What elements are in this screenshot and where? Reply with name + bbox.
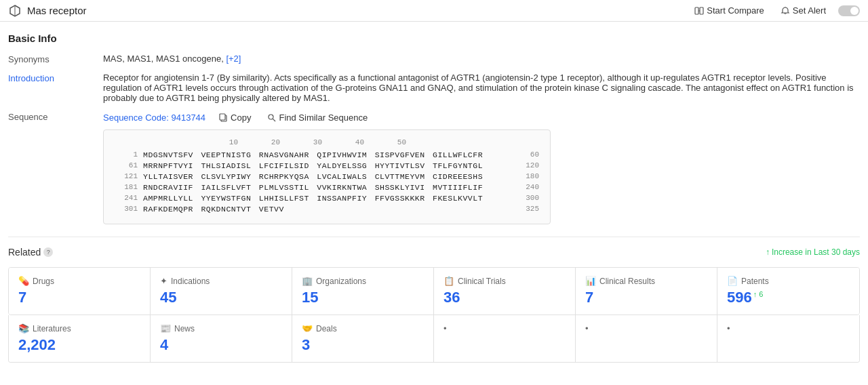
section-divider	[8, 237, 860, 237]
stat-value: 15	[302, 289, 424, 306]
stat-cell[interactable]: 📄 Patents 596↑ 6	[717, 268, 859, 315]
sequence-line: 181 RNDCRAVIIF IAILSFLVFT PLMLVSSTIL VVK…	[115, 183, 539, 192]
literatures-icon: 📚	[18, 323, 29, 333]
stat-label: 💊 Drugs	[18, 276, 140, 286]
stats-grid-row1: 💊 Drugs 7 ✦ Indications 45	[8, 267, 860, 315]
sequence-line: 241 AMPMRLLYLL YYEYWSTFGN LHHISLLFST INS…	[115, 194, 539, 203]
copy-button[interactable]: Copy	[216, 111, 254, 124]
stat-cell[interactable]: •	[576, 315, 717, 362]
stat-label: •	[585, 323, 707, 333]
stat-value: 4	[160, 336, 282, 354]
stat-value: 45	[160, 289, 282, 306]
stat-label: 🤝 Deals	[302, 323, 424, 333]
stat-cell[interactable]: 🤝 Deals 3	[292, 315, 434, 362]
introduction-link[interactable]: Introduction	[8, 73, 54, 83]
basic-info-section-title: Basic Info	[8, 33, 860, 44]
increase-label: ↑ Increase in Last 30 days	[766, 247, 860, 257]
stat-value: 596↑ 6	[727, 289, 850, 306]
find-similar-icon	[267, 113, 276, 122]
compare-icon	[694, 6, 704, 16]
stat-cell[interactable]: •	[717, 315, 859, 362]
seq-residues: RAFKDEMQPR RQKDNCNTVT VETVV	[143, 205, 513, 214]
stat-cell[interactable]: 📰 News 4	[151, 315, 292, 362]
stat-value: 2,202	[18, 336, 140, 354]
header: Mas receptor Start Compare Set Alert	[0, 0, 868, 22]
seq-residues: AMPMRLLYLL YYEYWSTFGN LHHISLLFST INSSANP…	[143, 194, 513, 203]
related-header: Related ? ↑ Increase in Last 30 days	[8, 247, 860, 258]
stat-label: 📊 Clinical Results	[585, 276, 707, 286]
stats-grid-row2: 📚 Literatures 2,202 📰 News 4	[8, 315, 860, 363]
stat-value: 3	[302, 336, 424, 354]
patents-icon: 📄	[727, 276, 738, 286]
introduction-label: Introduction	[8, 73, 103, 83]
sequence-header: Sequence Code: 9413744 Copy Find Similar…	[103, 111, 860, 124]
stat-badge: ↑ 6	[753, 290, 764, 298]
seq-num-left: 121	[115, 172, 143, 180]
seq-residues: MRRNPFTVYI THLSIADISL LFCIFILSID YALDYEL…	[143, 161, 513, 170]
copy-icon	[219, 113, 228, 122]
set-alert-button[interactable]: Set Alert	[776, 4, 830, 17]
indications-icon: ✦	[160, 276, 167, 286]
sequence-line: 61 MRRNPFTVYI THLSIADISL LFCIFILSID YALD…	[115, 161, 539, 170]
sequence-lines: 1 MDGSNVTSFV VEEPTNISTG RNASVGNAHR QIPIV…	[115, 150, 539, 214]
introduction-row: Introduction Receptor for angiotensin 1-…	[8, 73, 860, 103]
stat-label: 📄 Patents	[727, 276, 850, 286]
synonyms-row: Synonyms MAS, MAS1, MAS1 oncogene, [+2]	[8, 54, 860, 64]
related-info-icon[interactable]: ?	[43, 247, 53, 257]
svg-line-8	[273, 119, 276, 121]
page-title: Mas receptor	[27, 5, 87, 16]
seq-num-right: 325	[513, 205, 539, 213]
seq-num-right: 240	[513, 183, 539, 191]
stat-cell[interactable]: 🏢 Organizations 15	[292, 268, 434, 315]
svg-point-7	[269, 115, 273, 119]
seq-residues: MDGSNVTSFV VEEPTNISTG RNASVGNAHR QIPIVHW…	[143, 150, 513, 159]
news-icon: 📰	[160, 323, 171, 333]
: •	[727, 323, 730, 333]
svg-rect-2	[695, 7, 698, 14]
seq-num-left: 1	[115, 150, 143, 159]
sequence-line: 301 RAFKDEMQPR RQKDNCNTVT VETVV 325	[115, 205, 539, 214]
stat-label: 📰 News	[160, 323, 282, 333]
synonyms-label: Synonyms	[8, 54, 103, 64]
stat-cell[interactable]: •	[434, 315, 576, 362]
sequence-box: 10 20 30 40 50 1 MDGSNVTSFV VEEPTNISTG R…	[103, 129, 551, 224]
seq-num-right: 60	[513, 150, 539, 159]
app-logo-icon	[8, 4, 22, 18]
: •	[585, 323, 589, 333]
seq-num-right: 180	[513, 172, 539, 180]
clinical-results-icon: 📊	[585, 276, 596, 286]
synonyms-value: MAS, MAS1, MAS1 oncogene, [+2]	[103, 54, 860, 64]
main-content: Basic Info Synonyms MAS, MAS1, MAS1 onco…	[0, 22, 868, 373]
stat-value: 36	[443, 289, 566, 306]
alert-icon	[781, 6, 790, 16]
sequence-code-link[interactable]: Sequence Code: 9413744	[103, 113, 205, 123]
stat-cell[interactable]: 📚 Literatures 2,202	[9, 315, 151, 362]
start-compare-button[interactable]: Start Compare	[690, 4, 768, 17]
stat-cell[interactable]: ✦ Indications 45	[151, 268, 292, 315]
seq-num-left: 61	[115, 161, 143, 169]
seq-num-right: 300	[513, 194, 539, 202]
sequence-label: Sequence	[8, 111, 103, 122]
related-title: Related ?	[8, 247, 53, 258]
stat-label: •	[727, 323, 850, 333]
stat-cell[interactable]: 💊 Drugs 7	[9, 268, 151, 315]
sequence-ruler: 10 20 30 40 50	[146, 138, 539, 146]
stat-label: •	[443, 323, 566, 333]
seq-residues: YLLTAISVER CLSVLYPIWY RCHRPKYQSA LVCALIW…	[143, 172, 513, 181]
synonyms-more-link[interactable]: [+2]	[226, 54, 241, 64]
seq-num-left: 181	[115, 183, 143, 191]
sequence-content: Sequence Code: 9413744 Copy Find Similar…	[103, 111, 860, 224]
stat-cell[interactable]: 📊 Clinical Results 7	[576, 268, 717, 315]
stat-label: 🏢 Organizations	[302, 276, 424, 286]
find-similar-button[interactable]: Find Similar Sequence	[264, 111, 370, 124]
alert-toggle[interactable]	[838, 5, 860, 16]
stat-value: 7	[585, 289, 707, 306]
stat-label: 📋 Clinical Trials	[443, 276, 566, 286]
sequence-line: 1 MDGSNVTSFV VEEPTNISTG RNASVGNAHR QIPIV…	[115, 150, 539, 159]
org-icon: 🏢	[302, 276, 313, 286]
seq-num-right: 120	[513, 161, 539, 169]
stat-value: 7	[18, 289, 140, 306]
introduction-text: Receptor for angiotensin 1-7 (By similar…	[103, 73, 860, 103]
stat-cell[interactable]: 📋 Clinical Trials 36	[434, 268, 576, 315]
: •	[443, 323, 447, 333]
